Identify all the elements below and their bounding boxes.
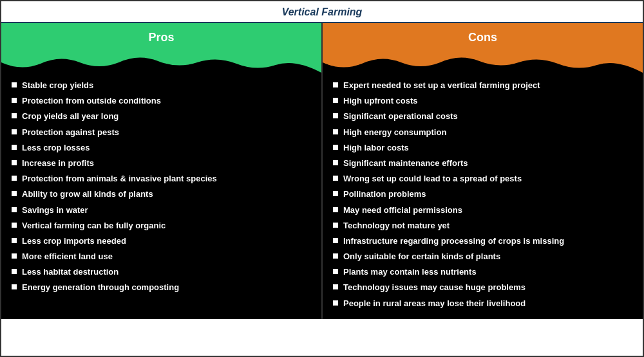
list-item: Less crop losses [12, 140, 311, 156]
list-item-text: Increase in profits [22, 158, 94, 169]
bullet-icon [333, 82, 338, 87]
list-item-text: Protection from animals & invasive plant… [22, 173, 217, 185]
list-item: Protection from animals & invasive plant… [12, 171, 311, 187]
list-item-text: Vertical farming can be fully organic [22, 220, 166, 232]
list-item-text: Protection against pests [22, 127, 119, 138]
list-item-text: Less crop imports needed [22, 235, 126, 247]
list-item: Plants may contain less nutrients [333, 264, 632, 280]
list-item: High energy consumption [333, 125, 632, 140]
list-item: Stable crop yields [12, 78, 311, 93]
list-item: High labor costs [333, 140, 632, 156]
bullet-icon [333, 238, 338, 243]
list-item: Vertical farming can be fully organic [12, 218, 311, 233]
list-item-text: Expert needed to set up a vertical farmi… [343, 80, 540, 91]
list-item-text: Ability to grow all kinds of plants [22, 188, 153, 200]
list-item: Technology issues may cause huge problem… [333, 280, 632, 295]
pros-wave [1, 52, 321, 73]
list-item: Protection from outside conditions [12, 93, 311, 109]
bullet-icon [12, 238, 17, 243]
page-wrapper: Vertical Farming Pros Stable crop yields… [0, 0, 644, 357]
bullet-icon [333, 300, 338, 306]
list-item-text: Significant maintenance efforts [343, 158, 468, 169]
bullet-icon [12, 269, 17, 274]
list-item: Wrong set up could lead to a spread of p… [333, 171, 632, 187]
bullet-icon [333, 253, 338, 259]
bullet-icon [333, 129, 338, 134]
list-item: Only suitable for certain kinds of plant… [333, 249, 632, 264]
bullet-icon [333, 113, 338, 118]
list-item-text: Less habitat destruction [22, 266, 118, 278]
list-item: Energy generation through composting [12, 280, 311, 295]
list-item-text: People in rural areas may lose their liv… [343, 298, 526, 309]
list-item: Protection against pests [12, 125, 311, 140]
list-item-text: Energy generation through composting [22, 282, 179, 293]
bullet-icon [12, 223, 17, 228]
bullet-icon [333, 160, 338, 165]
list-item-text: Only suitable for certain kinds of plant… [343, 251, 500, 262]
pros-header: Pros [1, 23, 321, 52]
bullet-icon [333, 98, 338, 103]
cons-wave [323, 52, 643, 73]
columns: Pros Stable crop yieldsProtection from o… [1, 23, 643, 319]
cons-column: Cons Expert needed to set up a vertical … [323, 23, 643, 319]
list-item: May need official permissions [333, 203, 632, 218]
list-item: Increase in profits [12, 156, 311, 171]
bullet-icon [12, 113, 17, 118]
pros-body: Stable crop yieldsProtection from outsid… [1, 73, 321, 319]
list-item-text: Technology not mature yet [343, 220, 450, 232]
bullet-icon [333, 176, 338, 181]
list-item-text: May need official permissions [343, 205, 462, 216]
list-item-text: Plants may contain less nutrients [343, 266, 477, 278]
list-item-text: More efficient land use [22, 251, 113, 262]
title-bar: Vertical Farming [1, 1, 643, 23]
bullet-icon [12, 160, 17, 165]
list-item-text: Less crop losses [22, 142, 90, 154]
cons-body: Expert needed to set up a vertical farmi… [323, 73, 643, 319]
bullet-icon [12, 98, 17, 103]
list-item: Ability to grow all kinds of plants [12, 187, 311, 202]
cons-list: Expert needed to set up a vertical farmi… [333, 78, 632, 311]
list-item: Savings in water [12, 203, 311, 218]
list-item-text: Significant operational costs [343, 111, 458, 122]
list-item-text: High labor costs [343, 142, 409, 154]
bullet-icon [333, 145, 338, 150]
list-item-text: High energy consumption [343, 127, 446, 138]
list-item: People in rural areas may lose their liv… [333, 296, 632, 311]
page-title: Vertical Farming [1, 6, 643, 18]
list-item-text: Crop yields all year long [22, 111, 118, 122]
bullet-icon [333, 269, 338, 274]
list-item: Crop yields all year long [12, 109, 311, 124]
pros-column: Pros Stable crop yieldsProtection from o… [1, 23, 323, 319]
list-item: More efficient land use [12, 249, 311, 264]
list-item-text: Technology issues may cause huge problem… [343, 282, 526, 293]
list-item-text: Wrong set up could lead to a spread of p… [343, 173, 522, 185]
list-item-text: Stable crop yields [22, 80, 93, 91]
bullet-icon [12, 207, 17, 212]
list-item-text: Savings in water [22, 205, 88, 216]
list-item: Technology not mature yet [333, 218, 632, 233]
bullet-icon [12, 253, 17, 259]
list-item-text: Protection from outside conditions [22, 95, 161, 107]
list-item: Expert needed to set up a vertical farmi… [333, 78, 632, 93]
list-item-text: Infrastructure regarding processing of c… [343, 235, 564, 247]
bullet-icon [333, 284, 338, 289]
list-item: Significant maintenance efforts [333, 156, 632, 171]
pros-list: Stable crop yieldsProtection from outsid… [12, 78, 311, 296]
cons-header: Cons [323, 23, 643, 52]
list-item: High upfront costs [333, 93, 632, 109]
list-item-text: High upfront costs [343, 95, 418, 107]
bullet-icon [12, 284, 17, 289]
bullet-icon [12, 176, 17, 181]
list-item: Less crop imports needed [12, 233, 311, 249]
list-item-text: Pollination problems [343, 188, 426, 200]
list-item: Infrastructure regarding processing of c… [333, 233, 632, 249]
list-item: Pollination problems [333, 187, 632, 202]
bullet-icon [333, 191, 338, 196]
bullet-icon [12, 129, 17, 134]
bullet-icon [12, 82, 17, 87]
bullet-icon [333, 223, 338, 228]
list-item: Significant operational costs [333, 109, 632, 124]
bullet-icon [12, 191, 17, 196]
bullet-icon [333, 207, 338, 212]
list-item: Less habitat destruction [12, 264, 311, 280]
